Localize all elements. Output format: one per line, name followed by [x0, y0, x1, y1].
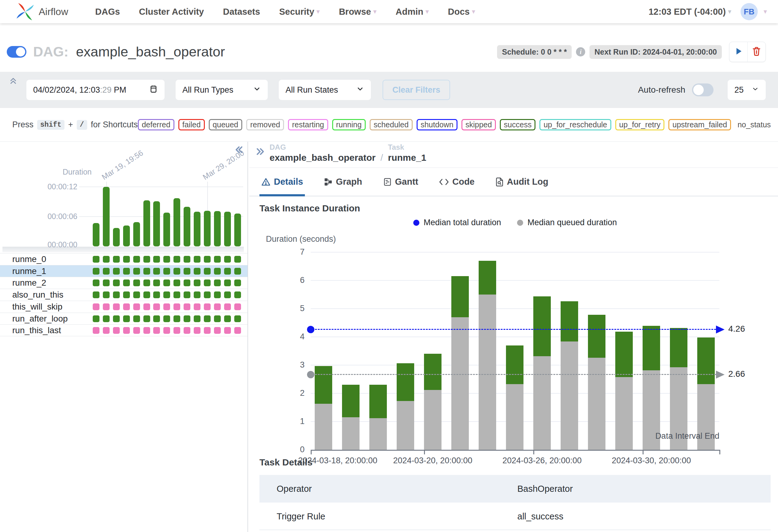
dag-run-bar[interactable] — [123, 226, 130, 246]
nav-item-security[interactable]: Security▾ — [279, 7, 320, 17]
task-instance-square[interactable] — [153, 279, 160, 286]
task-instance-square[interactable] — [204, 279, 211, 286]
task-instance-square[interactable] — [143, 316, 150, 322]
state-badge-skipped[interactable]: skipped — [461, 119, 496, 130]
task-instance-square[interactable] — [133, 291, 140, 298]
task-instance-square[interactable] — [183, 303, 190, 310]
task-instance-square[interactable] — [163, 316, 170, 322]
task-instance-square[interactable] — [93, 327, 99, 334]
avatar[interactable]: FB — [741, 3, 758, 20]
task-instance-square[interactable] — [93, 279, 99, 286]
bar-total-duration[interactable] — [424, 354, 442, 390]
state-badge-up-for-reschedule[interactable]: up_for_reschedule — [539, 119, 611, 130]
task-instance-square[interactable] — [234, 291, 241, 298]
task-instance-square[interactable] — [224, 291, 231, 298]
task-instance-square[interactable] — [103, 327, 109, 334]
task-instance-square[interactable] — [224, 303, 231, 310]
task-instance-square[interactable] — [103, 256, 109, 263]
bar-queued-duration[interactable] — [506, 384, 524, 450]
nav-item-browse[interactable]: Browse▾ — [339, 7, 377, 17]
state-badge-failed[interactable]: failed — [178, 119, 205, 130]
task-instance-square[interactable] — [143, 279, 150, 286]
dag-run-bar[interactable] — [143, 200, 150, 246]
task-instance-square[interactable] — [234, 256, 241, 263]
task-instance-square[interactable] — [133, 316, 140, 322]
task-instance-square[interactable] — [234, 327, 241, 334]
task-instance-square[interactable] — [224, 256, 231, 263]
state-badge-queued[interactable]: queued — [209, 119, 242, 130]
dag-run-bar[interactable] — [93, 223, 99, 246]
task-instance-square[interactable] — [93, 268, 99, 275]
task-instance-square[interactable] — [234, 279, 241, 286]
bar-queued-duration[interactable] — [397, 401, 414, 450]
task-instance-square[interactable] — [143, 303, 150, 310]
bar-queued-duration[interactable] — [424, 390, 442, 450]
task-instance-square[interactable] — [183, 256, 190, 263]
task-instance-square[interactable] — [163, 303, 170, 310]
dag-run-bar[interactable] — [163, 212, 170, 246]
task-instance-square[interactable] — [173, 327, 180, 334]
task-name-also-run-this[interactable]: also_run_this — [12, 289, 64, 301]
task-instance-square[interactable] — [194, 279, 201, 286]
task-instance-square[interactable] — [143, 268, 150, 275]
task-instance-square[interactable] — [194, 291, 201, 298]
task-instance-square[interactable] — [173, 279, 180, 286]
task-name-runme-2[interactable]: runme_2 — [12, 277, 46, 289]
task-instance-square[interactable] — [214, 256, 221, 263]
task-instance-square[interactable] — [214, 327, 221, 334]
task-instance-square[interactable] — [183, 327, 190, 334]
task-instance-square[interactable] — [113, 327, 120, 334]
task-instance-square[interactable] — [143, 256, 150, 263]
task-instance-square[interactable] — [183, 291, 190, 298]
nav-item-dags[interactable]: DAGs — [95, 7, 120, 17]
task-instance-square[interactable] — [113, 279, 120, 286]
task-instance-square[interactable] — [123, 268, 130, 275]
task-instance-square[interactable] — [163, 291, 170, 298]
task-instance-square[interactable] — [153, 327, 160, 334]
task-instance-square[interactable] — [214, 316, 221, 322]
state-badge-scheduled[interactable]: scheduled — [370, 119, 413, 130]
task-instance-square[interactable] — [194, 327, 201, 334]
task-instance-square[interactable] — [93, 303, 99, 310]
dag-pause-toggle[interactable] — [7, 46, 26, 58]
task-instance-square[interactable] — [163, 256, 170, 263]
task-instance-square[interactable] — [93, 291, 99, 298]
task-instance-square[interactable] — [183, 268, 190, 275]
run-types-select[interactable]: All Run Types — [176, 80, 268, 100]
dag-run-bar[interactable] — [133, 222, 140, 246]
task-name-run-after-loop[interactable]: run_after_loop — [12, 313, 68, 325]
bar-total-duration[interactable] — [533, 296, 551, 356]
task-instance-square[interactable] — [204, 303, 211, 310]
task-instance-square[interactable] — [133, 327, 140, 334]
task-instance-square[interactable] — [214, 291, 221, 298]
task-instance-square[interactable] — [93, 316, 99, 322]
dag-run-bar[interactable] — [113, 228, 120, 246]
bar-total-duration[interactable] — [479, 261, 496, 294]
task-instance-square[interactable] — [204, 268, 211, 275]
bar-queued-duration[interactable] — [315, 404, 332, 450]
dag-run-bar[interactable] — [224, 212, 231, 246]
task-instance-square[interactable] — [93, 256, 99, 263]
task-instance-square[interactable] — [123, 256, 130, 263]
task-instance-square[interactable] — [103, 303, 109, 310]
state-badge-success[interactable]: success — [500, 119, 535, 130]
bar-queued-duration[interactable] — [533, 356, 551, 450]
task-instance-square[interactable] — [173, 291, 180, 298]
task-instance-square[interactable] — [103, 316, 109, 322]
task-instance-square[interactable] — [224, 316, 231, 322]
task-instance-square[interactable] — [153, 316, 160, 322]
dag-run-bar[interactable] — [183, 207, 190, 246]
task-instance-square[interactable] — [214, 268, 221, 275]
task-instance-square[interactable] — [224, 327, 231, 334]
task-instance-square[interactable] — [103, 291, 109, 298]
task-name-runme-1[interactable]: runme_1 — [12, 265, 46, 277]
task-instance-square[interactable] — [204, 291, 211, 298]
task-instance-square[interactable] — [133, 303, 140, 310]
task-instance-square[interactable] — [183, 316, 190, 322]
task-instance-square[interactable] — [133, 268, 140, 275]
task-name-runme-0[interactable]: runme_0 — [12, 253, 46, 265]
task-instance-square[interactable] — [113, 303, 120, 310]
task-instance-square[interactable] — [163, 327, 170, 334]
task-instance-square[interactable] — [204, 256, 211, 263]
task-instance-square[interactable] — [133, 256, 140, 263]
